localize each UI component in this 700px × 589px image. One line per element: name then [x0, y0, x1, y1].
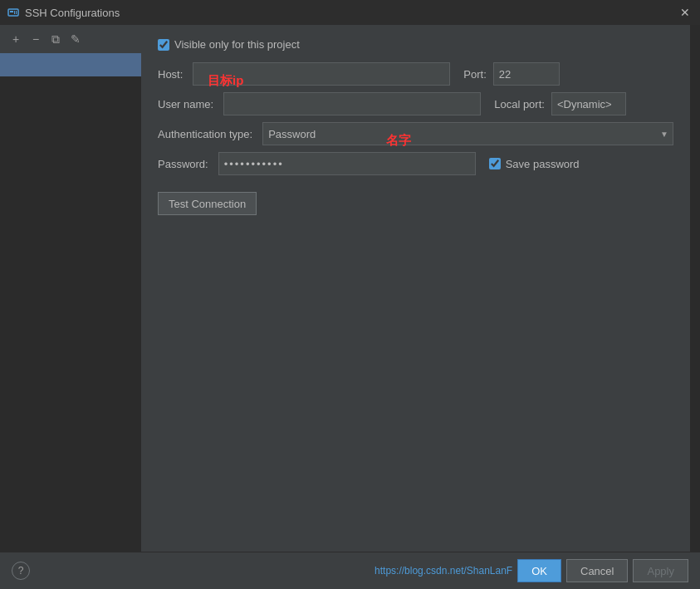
title-bar: SSH Configurations ✕	[0, 0, 700, 25]
sidebar: + − ⧉ ✎	[0, 25, 141, 552]
close-button[interactable]: ✕	[677, 4, 693, 21]
visible-only-row: Visible only for this project	[158, 38, 673, 51]
svg-rect-1	[10, 11, 13, 12]
auth-type-label: Authentication type:	[158, 128, 256, 140]
add-button[interactable]: +	[7, 30, 25, 48]
ok-button[interactable]: OK	[517, 559, 561, 582]
sidebar-list	[0, 53, 141, 552]
save-password-row: Save password	[489, 158, 580, 170]
svg-rect-3	[16, 11, 17, 14]
main-panel: Visible only for this project Host: Port…	[141, 25, 690, 552]
edit-button[interactable]: ✎	[66, 30, 85, 48]
password-input[interactable]	[218, 152, 476, 175]
username-localport-row: User name: Local port:	[158, 92, 673, 115]
visible-only-label: Visible only for this project	[174, 38, 300, 51]
url-text: https://blog.csdn.net/ShanLanF	[374, 565, 512, 577]
host-label: Host:	[158, 68, 186, 81]
remove-button[interactable]: −	[27, 30, 45, 48]
username-input[interactable]	[223, 92, 481, 115]
test-connection-button[interactable]: Test Connection	[158, 192, 257, 215]
auth-type-select[interactable]: Password Key pair OpenSSH config and aut…	[262, 122, 673, 145]
username-label: User name:	[158, 98, 217, 110]
bottom-right: https://blog.csdn.net/ShanLanF OK Cancel…	[374, 559, 688, 582]
auth-type-row: Authentication type: Password Key pair O…	[158, 122, 673, 145]
local-port-input[interactable]	[551, 92, 626, 115]
svg-rect-2	[14, 11, 15, 14]
title-bar-left: SSH Configurations	[7, 6, 120, 19]
scrollbar-right	[690, 25, 700, 552]
auth-type-wrapper: Password Key pair OpenSSH config and aut…	[262, 122, 673, 145]
save-password-checkbox[interactable]	[489, 158, 501, 169]
sidebar-toolbar: + − ⧉ ✎	[0, 25, 141, 53]
sidebar-item[interactable]	[0, 53, 141, 76]
bottom-bar: ? https://blog.csdn.net/ShanLanF OK Canc…	[0, 552, 700, 589]
host-port-row: Host: Port:	[158, 62, 673, 86]
content-area: + − ⧉ ✎ Visible only for this project Ho…	[0, 25, 700, 552]
copy-button[interactable]: ⧉	[47, 30, 65, 48]
port-label: Port:	[463, 68, 486, 81]
help-button[interactable]: ?	[12, 562, 30, 580]
local-port-label: Local port:	[494, 98, 545, 110]
visible-only-checkbox[interactable]	[158, 39, 169, 51]
ssh-icon	[7, 6, 20, 19]
apply-button[interactable]: Apply	[633, 559, 688, 582]
cancel-button[interactable]: Cancel	[566, 559, 628, 582]
save-password-label: Save password	[506, 158, 580, 170]
port-input[interactable]	[493, 62, 560, 86]
bottom-left: ?	[12, 562, 30, 580]
host-input[interactable]	[193, 62, 450, 86]
ssh-configurations-dialog: SSH Configurations ✕ + − ⧉ ✎ Visible onl…	[0, 0, 700, 589]
password-label: Password:	[158, 158, 212, 170]
dialog-title: SSH Configurations	[25, 7, 120, 19]
password-row: Password: Save password	[158, 152, 673, 175]
